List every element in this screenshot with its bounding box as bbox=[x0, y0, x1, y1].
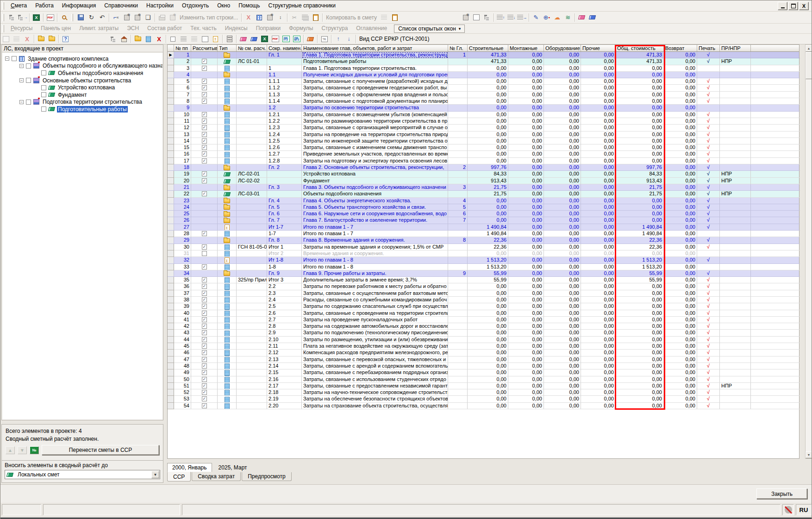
table-row[interactable]: 101.2.1Затраты, связанные с возмещением … bbox=[168, 112, 799, 118]
tree-checkbox[interactable] bbox=[41, 106, 46, 112]
column-header-Печать[interactable]: Печать bbox=[697, 45, 720, 51]
row-selector-cell[interactable] bbox=[168, 396, 174, 402]
column-header-Общ. стоимость[interactable]: Общ. стоимость bbox=[616, 45, 664, 51]
table-row[interactable]: 71.1.3Затраты, связанные с оформлением п… bbox=[168, 92, 799, 98]
table-row[interactable]: 141.2.5Затраты по инженерной защите терр… bbox=[168, 138, 799, 144]
table-row[interactable]: ▶1Гл. 1Глава 1. Подготовка территории ст… bbox=[168, 52, 799, 58]
add-column-icon[interactable] bbox=[121, 13, 132, 22]
row-selector-cell[interactable] bbox=[168, 204, 174, 211]
row-checkbox[interactable] bbox=[202, 403, 207, 408]
export-excel-icon[interactable]: X bbox=[31, 13, 42, 22]
table-row[interactable]: 81.1.4Затраты, связанные с подготовкой д… bbox=[168, 98, 799, 105]
table-row[interactable]: 24Гл. 5Глава 5. Объекты транспортного хо… bbox=[168, 204, 799, 211]
tree-checkbox[interactable] bbox=[26, 78, 31, 83]
table-row[interactable]: 23Гл. 4Глава 4. Объекты энергетического … bbox=[168, 198, 799, 204]
row-checkbox[interactable] bbox=[202, 370, 207, 375]
row-checkbox[interactable] bbox=[202, 284, 207, 289]
column-header-Наименование глав, объектов, работ и затрат[interactable]: Наименование глав, объектов, работ и зат… bbox=[302, 45, 448, 51]
paint-icon[interactable]: ☁ bbox=[552, 13, 562, 22]
doc-blank-icon[interactable] bbox=[200, 34, 210, 44]
table-row[interactable]: 20ЛС-02-02Фундамент913,430,000,000,00913… bbox=[168, 178, 799, 184]
row-selector-cell[interactable] bbox=[168, 125, 174, 131]
row-checkbox[interactable] bbox=[202, 297, 207, 302]
comment-icon[interactable]: ❑ bbox=[143, 13, 153, 22]
row-checkbox[interactable] bbox=[202, 350, 207, 355]
row-selector-cell[interactable] bbox=[168, 290, 174, 297]
row-selector-cell[interactable] bbox=[168, 317, 174, 323]
row-checkbox[interactable] bbox=[202, 59, 207, 64]
table-row[interactable]: 35325/пр ПрилИтог 3Дополнительные затрат… bbox=[168, 277, 799, 283]
search-icon[interactable] bbox=[59, 13, 69, 22]
row-selector-cell[interactable] bbox=[168, 323, 174, 330]
row-checkbox[interactable] bbox=[202, 178, 207, 183]
row-checkbox[interactable] bbox=[202, 66, 207, 71]
table-row[interactable]: 91.2Затраты по освоению территории строи… bbox=[168, 105, 799, 111]
row-selector-cell[interactable] bbox=[168, 343, 174, 350]
row-checkbox[interactable] bbox=[202, 85, 207, 90]
table-row[interactable]: 25Гл. 6Глава 6. Наружные сети и сооружен… bbox=[168, 211, 799, 217]
table-row[interactable]: 512.17Затраты, связанные с предоставлени… bbox=[168, 383, 799, 389]
column-header-Сокр. наимен.[interactable]: Сокр. наимен. bbox=[267, 45, 302, 51]
table-row[interactable]: 462.12Компенсация расходов предприятиям … bbox=[168, 350, 799, 356]
column-header-Монтажные[interactable]: Монтажные bbox=[508, 45, 544, 51]
row-checkbox[interactable] bbox=[202, 158, 207, 163]
table-row[interactable]: 2ЛС 01-01Подготовительные работы471,330,… bbox=[168, 58, 799, 65]
refresh-icon[interactable]: ↻ bbox=[86, 13, 97, 22]
tree-item[interactable]: Объекты подсобного назначения bbox=[2, 69, 162, 77]
toolbar-grip[interactable] bbox=[2, 25, 4, 32]
row-selector-cell[interactable] bbox=[168, 350, 174, 356]
unlock-icon[interactable]: ⌐x bbox=[111, 13, 121, 22]
table-row[interactable]: 422.8Затраты на содержание автомобильных… bbox=[168, 323, 799, 330]
row-selector-cell[interactable] bbox=[168, 105, 174, 111]
row-selector-cell[interactable] bbox=[168, 356, 174, 363]
view-tab-ССР[interactable]: ССР bbox=[167, 472, 191, 481]
row-selector-cell[interactable] bbox=[168, 330, 174, 336]
doc-copy-icon[interactable] bbox=[189, 34, 200, 44]
tree-item[interactable]: Устройство котлована bbox=[2, 84, 162, 91]
row-selector-cell[interactable] bbox=[168, 310, 174, 317]
column-header-Рассчитыв[interactable]: Рассчитыв bbox=[191, 45, 218, 51]
language-indicator[interactable]: RU bbox=[796, 504, 812, 515]
row-selector-cell[interactable]: ▶ bbox=[168, 52, 174, 58]
row-checkbox[interactable] bbox=[202, 145, 207, 150]
row-selector-cell[interactable] bbox=[168, 383, 174, 389]
row-checkbox[interactable] bbox=[202, 251, 207, 256]
row-selector-cell[interactable] bbox=[168, 211, 174, 217]
tree-item[interactable]: Подготовительные работы bbox=[2, 106, 162, 113]
transport-icon[interactable]: ⊕▪ bbox=[541, 13, 552, 22]
row-selector-cell[interactable] bbox=[168, 224, 174, 231]
row-selector-cell[interactable] bbox=[168, 178, 174, 184]
row-selector-cell[interactable] bbox=[168, 257, 174, 263]
grid-scrollbar[interactable]: ▲ ▼ bbox=[805, 44, 812, 459]
percent-icon[interactable]: % bbox=[319, 34, 330, 44]
row-selector-cell[interactable] bbox=[168, 184, 174, 191]
row-checkbox[interactable] bbox=[202, 277, 207, 282]
book-pink-icon[interactable] bbox=[238, 34, 249, 44]
combo-dropdown-icon[interactable]: ▼ bbox=[151, 471, 159, 478]
row-selector-cell[interactable] bbox=[168, 244, 174, 250]
row-selector-cell[interactable] bbox=[168, 270, 174, 277]
row-checkbox[interactable] bbox=[202, 99, 207, 104]
calc-building-icon[interactable] bbox=[254, 13, 264, 22]
minimize-button[interactable] bbox=[778, 2, 787, 10]
row-checkbox[interactable] bbox=[202, 112, 207, 117]
doc-sigma-icon[interactable]: Σ bbox=[210, 34, 221, 44]
calculator-icon[interactable] bbox=[224, 34, 235, 44]
tree-checkbox[interactable] bbox=[41, 85, 46, 90]
pdf-icon[interactable]: PDF bbox=[270, 34, 281, 44]
table-row[interactable]: 372.3Затраты, связанные с осуществлением… bbox=[168, 290, 799, 297]
row-selector-cell[interactable] bbox=[168, 237, 174, 244]
table-row[interactable]: 31Глава 1. Подготовка территории строите… bbox=[168, 65, 799, 72]
book-blue-icon[interactable] bbox=[249, 34, 259, 44]
row-checkbox[interactable] bbox=[202, 264, 207, 269]
menubar-grip[interactable] bbox=[2, 2, 4, 10]
table-row[interactable]: 151.2.6Затраты, связанные с изменением с… bbox=[168, 144, 799, 151]
table-row[interactable]: 452.11Плата за негативное воздействие на… bbox=[168, 343, 799, 350]
move-down-icon[interactable]: ↓ bbox=[344, 34, 354, 44]
table-row[interactable]: 542.20Затраты на страхование объекта стр… bbox=[168, 403, 799, 409]
table-row[interactable]: 29Гл. 8Глава 8. Временные здания и соору… bbox=[168, 237, 799, 244]
row-selector-cell[interactable] bbox=[168, 376, 174, 383]
row-selector-cell[interactable] bbox=[168, 264, 174, 270]
row-selector-cell[interactable] bbox=[168, 303, 174, 310]
books-stack-icon[interactable] bbox=[576, 13, 587, 22]
